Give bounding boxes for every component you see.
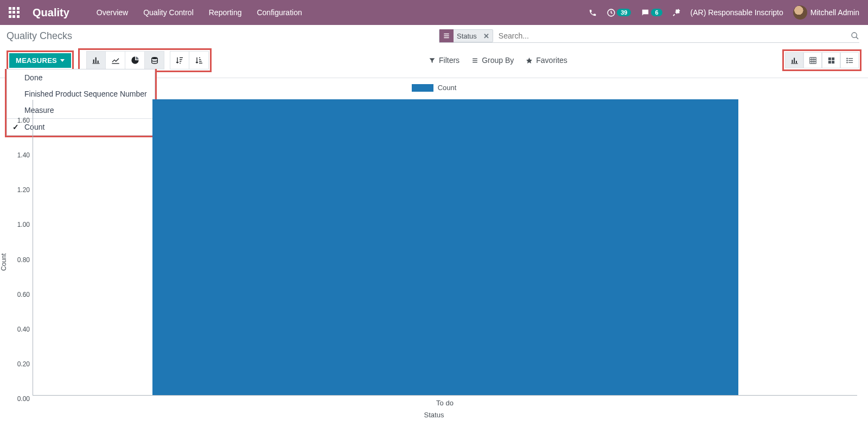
svg-rect-34 — [828, 61, 831, 63]
view-pivot-icon[interactable] — [803, 52, 822, 68]
y-tick: 1.20 — [11, 186, 30, 194]
svg-point-40 — [846, 60, 847, 60]
search-area[interactable]: Status ✕ — [439, 29, 859, 43]
favorites-button[interactable]: Favorites — [526, 56, 567, 65]
chart-plot: 0.000.200.400.600.801.001.201.401.60 — [33, 100, 857, 396]
navbar-right: 39 6 (AR) Responsable Inscripto Mitchell… — [589, 5, 859, 20]
nav-reporting[interactable]: Reporting — [209, 8, 242, 17]
legend-swatch — [412, 84, 433, 92]
nav-configuration[interactable]: Configuration — [257, 8, 302, 17]
groupby-button[interactable]: Group By — [471, 56, 514, 65]
debug-icon[interactable] — [672, 8, 681, 17]
pie-chart-icon[interactable] — [125, 51, 145, 69]
y-tick: 0.80 — [11, 256, 30, 264]
measures-button[interactable]: MEASURES — [9, 53, 71, 68]
y-tick: 1.60 — [11, 117, 30, 124]
sort-asc-icon[interactable] — [189, 51, 209, 69]
avatar — [793, 5, 807, 20]
svg-rect-8 — [98, 61, 99, 63]
favorites-label: Favorites — [536, 56, 567, 65]
groupby-facet-icon — [439, 29, 454, 42]
sort-desc-icon[interactable] — [170, 51, 189, 69]
view-graph-icon[interactable] — [785, 52, 803, 68]
stacked-icon[interactable] — [145, 51, 164, 69]
svg-point-39 — [846, 58, 847, 59]
nav-quality-control[interactable]: Quality Control — [143, 8, 194, 17]
x-category-label: To do — [436, 399, 454, 407]
x-axis-label: Status — [424, 411, 444, 419]
svg-rect-25 — [796, 61, 797, 63]
bar[interactable] — [152, 99, 738, 395]
control-panel: Quality Checks Status ✕ MEASURES — [0, 25, 868, 78]
svg-rect-32 — [828, 57, 831, 60]
breadcrumb: Quality Checks — [7, 30, 72, 42]
chart-area: Count Count 0.000.200.400.600.801.001.20… — [0, 78, 868, 425]
svg-rect-24 — [794, 58, 795, 63]
measures-label: MEASURES — [16, 56, 57, 65]
nav-links: Overview Quality Control Reporting Confi… — [97, 8, 302, 17]
facet-remove-icon[interactable]: ✕ — [480, 32, 493, 40]
nav-overview[interactable]: Overview — [97, 8, 128, 17]
y-tick: 0.40 — [11, 326, 30, 333]
apps-icon[interactable] — [9, 7, 20, 18]
activity-badge: 39 — [617, 9, 631, 16]
legend-label: Count — [438, 84, 457, 92]
line-chart-icon[interactable] — [106, 51, 125, 69]
y-tick: 0.20 — [11, 360, 30, 368]
bar-chart-icon[interactable] — [86, 51, 106, 69]
chart-type-buttons — [86, 51, 164, 69]
user-name: Mitchell Admin — [810, 8, 859, 17]
facet-label: Status — [454, 32, 480, 40]
svg-point-4 — [852, 33, 857, 37]
caret-down-icon — [60, 59, 65, 62]
search-input[interactable] — [496, 30, 859, 41]
y-tick: 0.00 — [11, 395, 30, 403]
svg-rect-23 — [792, 60, 793, 63]
y-tick: 1.00 — [11, 221, 30, 228]
view-kanban-icon[interactable] — [822, 52, 840, 68]
filters-button[interactable]: Filters — [429, 56, 459, 65]
svg-rect-35 — [832, 61, 834, 63]
filters-label: Filters — [439, 56, 459, 65]
svg-rect-6 — [93, 60, 94, 63]
activity-icon[interactable]: 39 — [607, 8, 631, 17]
chart-legend: Count — [11, 84, 857, 92]
company-selector[interactable]: (AR) Responsable Inscripto — [691, 8, 783, 17]
svg-rect-7 — [95, 58, 97, 63]
user-menu[interactable]: Mitchell Admin — [793, 5, 859, 20]
svg-point-11 — [151, 57, 157, 59]
search-options: Filters Group By Favorites — [429, 56, 567, 65]
search-facet-status: Status ✕ — [439, 29, 493, 42]
discuss-badge: 6 — [651, 9, 662, 16]
svg-point-41 — [846, 62, 847, 62]
navbar: Quality Overview Quality Control Reporti… — [0, 0, 868, 25]
view-switcher — [782, 49, 861, 71]
sort-buttons — [170, 51, 209, 69]
y-tick: 1.40 — [11, 151, 30, 159]
view-list-icon[interactable] — [840, 52, 859, 68]
phone-icon[interactable] — [589, 9, 597, 17]
app-brand[interactable]: Quality — [33, 7, 69, 19]
search-icon[interactable] — [851, 31, 859, 40]
discuss-icon[interactable]: 6 — [641, 8, 662, 17]
svg-line-5 — [856, 37, 858, 39]
y-tick: 0.60 — [11, 291, 30, 298]
y-axis-label: Count — [0, 253, 8, 271]
groupby-label: Group By — [482, 56, 514, 65]
svg-rect-33 — [832, 57, 834, 60]
svg-rect-27 — [809, 57, 815, 63]
